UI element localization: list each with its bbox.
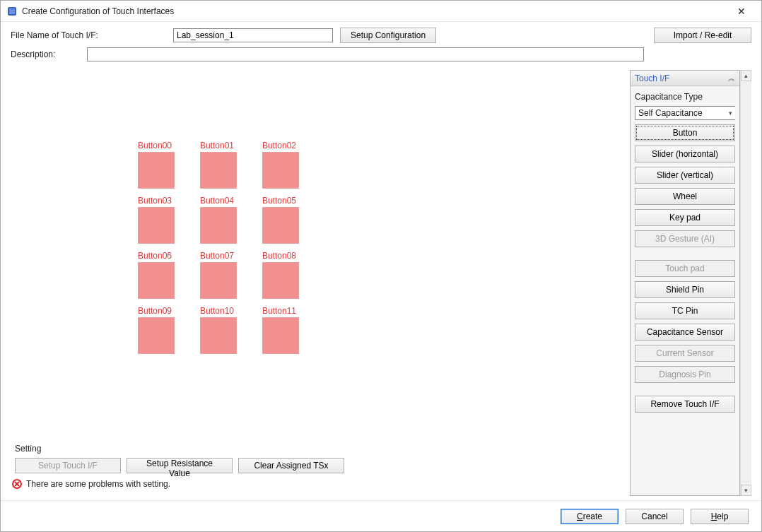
remove-touch-if-button[interactable]: Remove Touch I/F [635,396,735,413]
pad-cell: Button10 [200,306,250,354]
pad-cell: Button09 [138,306,187,354]
touch-pad[interactable] [200,207,237,244]
setup-touch-if-button: Setup Touch I/F [15,458,121,473]
pad-label: Button03 [138,196,187,206]
cap-type-combo[interactable]: Self Capacitance ▾ [635,106,735,120]
panel-option-button[interactable]: TC Pin [635,302,735,319]
pad-label: Button00 [138,141,187,150]
panel-option-button[interactable]: Wheel [635,188,735,205]
touch-pad[interactable] [262,152,299,189]
panel-option-button: Diagnosis Pin [635,366,735,383]
pad-cell: Button11 [262,306,312,354]
touch-pad[interactable] [262,262,299,299]
clear-assigned-tsx-button[interactable]: Clear Assigned TSx [238,458,344,473]
right-panel-wrap: Touch I/F ︽ Capacitance Type Self Capaci… [630,70,751,496]
setting-title: Setting [15,444,626,454]
status-message: There are some problems with setting. [26,479,170,489]
touch-pad[interactable] [200,262,237,299]
panel-option-button[interactable]: Shield Pin [635,281,735,298]
titlebar: Create Configuration of Touch Interfaces… [1,1,761,22]
pad-label: Button05 [262,196,312,206]
filename-input[interactable] [173,28,333,42]
pad-cell: Button08 [262,251,312,299]
pad-label: Button09 [138,306,187,316]
panel-option-button[interactable]: Slider (horizontal) [635,146,735,162]
panel-option-button: 3D Gesture (AI) [635,230,735,247]
top-form: File Name of Touch I/F: Setup Configurat… [1,22,761,70]
cancel-button[interactable]: Cancel [626,509,684,524]
pad-cell: Button04 [200,196,250,244]
scroll-track[interactable] [741,81,751,485]
workspace: Button00Button01Button02Button03Button04… [1,70,761,500]
status-row: There are some problems with setting. [11,476,626,490]
canvas-column: Button00Button01Button02Button03Button04… [11,70,626,496]
panel-option-button[interactable]: Slider (vertical) [635,167,735,184]
panel-body: Capacitance Type Self Capacitance ▾ Butt… [631,86,739,417]
touch-pad[interactable] [262,317,299,354]
panel-option-button[interactable]: Key pad [635,209,735,226]
description-label: Description: [11,49,87,59]
description-input[interactable] [87,47,644,61]
import-reedit-button[interactable]: Import / Re-edit [654,28,751,43]
touch-pad[interactable] [262,207,299,244]
pad-cell: Button05 [262,196,312,244]
panel-option-button: Touch pad [635,260,735,277]
collapse-icon[interactable]: ︽ [728,73,735,83]
touch-pad[interactable] [138,262,175,299]
panel-option-button: Current Sensor [635,345,735,362]
dialog-window: Create Configuration of Touch Interfaces… [0,0,762,532]
pad-label: Button04 [200,196,250,206]
panel-option-button[interactable]: Capacitance Sensor [635,324,735,341]
pad-label: Button07 [200,251,250,261]
cap-type-value: Self Capacitance [638,108,703,118]
scroll-down-icon[interactable]: ▾ [741,485,751,496]
setup-resistance-button[interactable]: Setup Resistance Value [127,458,233,473]
error-icon [12,479,22,489]
pad-label: Button06 [138,251,187,261]
pad-cell: Button06 [138,251,187,299]
help-button[interactable]: Help [691,509,749,524]
pad-label: Button02 [262,141,312,150]
close-icon[interactable]: ✕ [727,6,756,17]
touch-pad[interactable] [200,317,237,354]
filename-label: File Name of Touch I/F: [11,30,173,40]
touch-pad[interactable] [138,317,175,354]
button-grid: Button00Button01Button02Button03Button04… [138,141,312,354]
chevron-down-icon: ▾ [729,110,732,117]
pad-cell: Button02 [262,141,312,189]
touch-pad[interactable] [138,152,175,189]
pad-cell: Button07 [200,251,250,299]
create-button[interactable]: Create [561,509,619,524]
panel-title: Touch I/F [635,73,669,83]
touch-if-panel: Touch I/F ︽ Capacitance Type Self Capaci… [630,70,740,496]
svg-rect-1 [9,8,15,14]
setting-group: Setting Setup Touch I/F Setup Resistance… [11,441,626,496]
pad-label: Button11 [262,306,312,316]
scroll-up-icon[interactable]: ▴ [741,70,751,81]
touch-pad[interactable] [138,207,175,244]
design-canvas[interactable]: Button00Button01Button02Button03Button04… [11,70,626,438]
window-title: Create Configuration of Touch Interfaces [22,6,727,16]
touch-pad[interactable] [200,152,237,189]
pad-cell: Button01 [200,141,250,189]
pad-cell: Button03 [138,196,187,244]
help-label-rest: elp [717,512,728,521]
pad-label: Button10 [200,306,250,316]
panel-scrollbar[interactable]: ▴ ▾ [740,70,751,496]
cap-type-label: Capacitance Type [635,92,735,102]
app-icon [6,6,18,17]
panel-option-button[interactable]: Button [635,124,735,141]
panel-header[interactable]: Touch I/F ︽ [631,71,739,86]
pad-label: Button01 [200,141,250,150]
pad-cell: Button00 [138,141,187,189]
create-label-rest: reate [583,512,602,521]
pad-label: Button08 [262,251,312,261]
setup-configuration-button[interactable]: Setup Configuration [340,28,436,43]
dialog-footer: Create Cancel Help [1,500,761,531]
